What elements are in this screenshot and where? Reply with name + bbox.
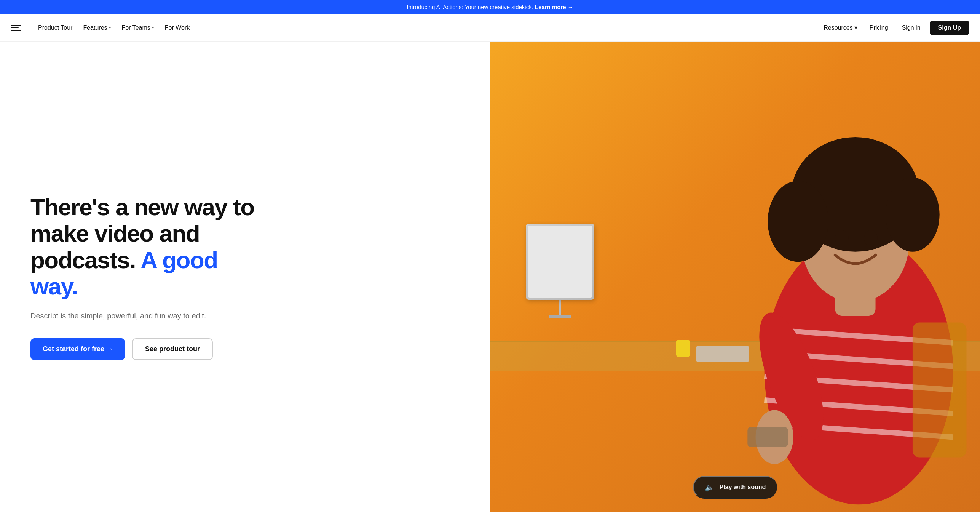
nav-features[interactable]: Features ▾: [78, 21, 115, 34]
see-product-tour-button[interactable]: See product tour: [132, 338, 213, 360]
nav-for-teams[interactable]: For Teams ▾: [117, 21, 159, 34]
nav-left: Product Tour Features ▾ For Teams ▾ For …: [34, 21, 819, 34]
hero-video-area: 🔈 Play with sound: [490, 42, 980, 512]
svg-rect-16: [913, 322, 967, 457]
navbar: Product Tour Features ▾ For Teams ▾ For …: [0, 14, 980, 42]
chevron-down-icon: ▾: [854, 24, 857, 31]
nav-right: Resources ▾ Pricing Sign in Sign Up: [819, 21, 969, 35]
chevron-down-icon: ▾: [109, 25, 111, 30]
monitor-base: [549, 315, 571, 318]
svg-rect-15: [747, 427, 788, 447]
video-scene: 🔈 Play with sound: [490, 42, 980, 512]
monitor-screen: [526, 224, 594, 300]
nav-product-tour[interactable]: Product Tour: [34, 21, 77, 34]
nav-signin[interactable]: Sign in: [896, 21, 927, 34]
hero-left: There's a new way tomake video andpodcas…: [0, 42, 490, 512]
hero-section: There's a new way tomake video andpodcas…: [0, 42, 980, 512]
svg-point-11: [835, 230, 849, 246]
chevron-down-icon: ▾: [152, 25, 154, 30]
monitor-stand: [559, 300, 561, 315]
svg-point-9: [768, 181, 828, 262]
hero-subtitle: Descript is the simple, powerful, and fu…: [30, 310, 460, 322]
hero-cta-group: Get started for free → See product tour: [30, 338, 460, 360]
sound-icon: 🔈: [704, 482, 715, 493]
play-sound-label: Play with sound: [720, 484, 766, 491]
nav-pricing[interactable]: Pricing: [865, 21, 893, 34]
banner-text: Introducing AI Actions: Your new creativ…: [407, 4, 533, 10]
mug-graphic: [676, 340, 690, 357]
svg-point-10: [886, 178, 940, 252]
announcement-banner: Introducing AI Actions: Your new creativ…: [0, 0, 980, 14]
play-sound-button[interactable]: 🔈 Play with sound: [693, 476, 777, 499]
person-graphic: [710, 65, 980, 512]
nav-resources[interactable]: Resources ▾: [819, 21, 862, 34]
logo-area[interactable]: [11, 22, 21, 33]
get-started-button[interactable]: Get started for free →: [30, 338, 125, 360]
nav-for-work[interactable]: For Work: [160, 21, 194, 34]
monitor-graphic: [514, 224, 606, 330]
nav-signup-button[interactable]: Sign Up: [930, 21, 969, 35]
banner-cta[interactable]: Learn more →: [535, 4, 573, 10]
hero-title: There's a new way tomake video andpodcas…: [30, 194, 460, 300]
hamburger-icon[interactable]: [11, 22, 21, 33]
svg-point-12: [864, 230, 878, 246]
